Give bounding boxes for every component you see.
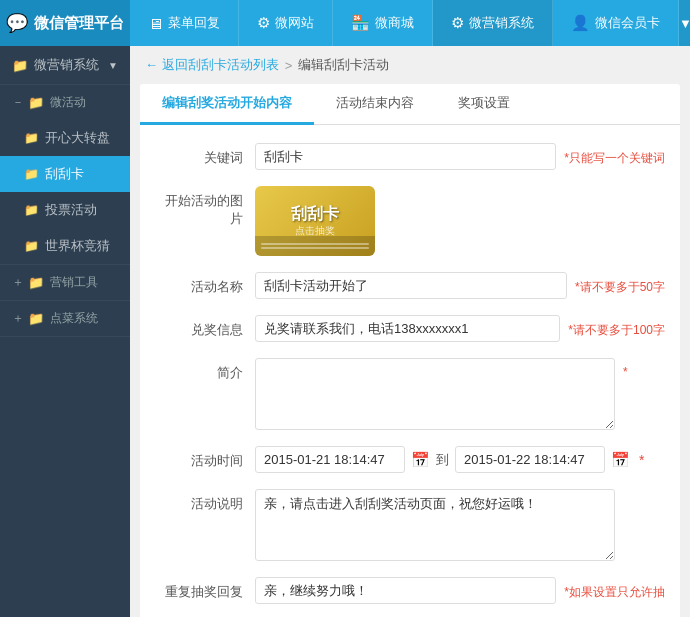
activity-name-row: 活动名称 *请不要多于50字 <box>140 264 680 307</box>
form-body: 关键词 *只能写一个关键词 开始活动的图片 刮刮卡 点击抽奖 <box>140 125 680 617</box>
sidebar-menu-system-section: ＋ 📁 点菜系统 <box>0 301 130 337</box>
sidebar-world-cup-label: 世界杯竞猜 <box>45 237 110 255</box>
start-image-row: 开始活动的图片 刮刮卡 点击抽奖 <box>140 178 680 264</box>
image-overlay <box>255 236 375 256</box>
tab-prize-settings-label: 奖项设置 <box>458 95 510 110</box>
tab-edit-start[interactable]: 编辑刮奖活动开始内容 <box>140 84 314 125</box>
image-main-text: 刮刮卡 <box>291 204 339 223</box>
activity-desc-control: 亲，请点击进入刮刮奖活动页面，祝您好运哦！ <box>255 489 665 561</box>
prize-info-hint: *请不要多于100字 <box>568 315 665 339</box>
nav-micro-marketing-label: 微营销系统 <box>469 14 534 32</box>
intro-textarea[interactable] <box>255 358 615 430</box>
repeat-win-label: 重复抽奖回复 <box>155 577 255 601</box>
date-required: * <box>639 452 644 468</box>
nav-more-icon: ▼ <box>679 16 690 31</box>
top-nav: 💬 微信管理平台 🖥 菜单回复 ⚙ 微网站 🏪 微商城 ⚙ 微营销系统 👤 微信… <box>0 0 690 46</box>
prize-info-input[interactable] <box>255 315 560 342</box>
sidebar-scratch-card-label: 刮刮卡 <box>45 165 84 183</box>
intro-row: 简介 * <box>140 350 680 438</box>
intro-control: * <box>255 358 665 430</box>
activity-desc-row: 活动说明 亲，请点击进入刮刮奖活动页面，祝您好运哦！ <box>140 481 680 569</box>
activity-time-row: 活动时间 📅 到 📅 * <box>140 438 680 481</box>
sidebar-main-header[interactable]: 📁 微营销系统 ▼ <box>0 46 130 84</box>
prize-info-control: *请不要多于100字 <box>255 315 665 342</box>
sidebar-main-arrow: ▼ <box>108 60 118 71</box>
keyword-input[interactable] <box>255 143 556 170</box>
vote-activity-icon: 📁 <box>24 203 39 217</box>
date-range: 📅 到 📅 * <box>255 446 644 473</box>
sidebar-item-world-cup[interactable]: 📁 世界杯竞猜 <box>0 228 130 264</box>
sidebar: 📁 微营销系统 ▼ － 📁 微活动 📁 开心大转盘 📁 刮刮卡 📁 投 <box>0 46 130 617</box>
sidebar-menu-system-header[interactable]: ＋ 📁 点菜系统 <box>0 301 130 336</box>
nav-micro-shop[interactable]: 🏪 微商城 <box>333 0 433 46</box>
nav-micro-shop-label: 微商城 <box>375 14 414 32</box>
back-link[interactable]: ← 返回刮刮卡活动列表 <box>145 56 279 74</box>
activity-time-control: 📅 到 📅 * <box>255 446 665 473</box>
activity-name-control: *请不要多于50字 <box>255 272 665 299</box>
sidebar-item-scratch-card[interactable]: 📁 刮刮卡 <box>0 156 130 192</box>
image-lines <box>261 243 369 249</box>
sidebar-micro-activity-label: 微活动 <box>50 94 86 111</box>
start-image-control: 刮刮卡 点击抽奖 <box>255 186 665 256</box>
activity-name-label: 活动名称 <box>155 272 255 296</box>
micro-activity-folder-icon: 📁 <box>28 95 44 110</box>
date-separator: 到 <box>436 451 449 469</box>
activity-desc-label: 活动说明 <box>155 489 255 513</box>
nav-more-button[interactable]: ▼ <box>679 0 690 46</box>
repeat-win-input[interactable] <box>255 577 556 604</box>
scratch-card-icon: 📁 <box>24 167 39 181</box>
image-preview[interactable]: 刮刮卡 点击抽奖 <box>255 186 375 256</box>
breadcrumb-current: 编辑刮刮卡活动 <box>298 56 389 74</box>
keyword-row: 关键词 *只能写一个关键词 <box>140 135 680 178</box>
micro-marketing-icon: ⚙ <box>451 14 464 32</box>
brand-label: 微信管理平台 <box>34 14 124 33</box>
sidebar-micro-activity-section: － 📁 微活动 📁 开心大转盘 📁 刮刮卡 📁 投票活动 📁 世界杯竞猜 <box>0 85 130 265</box>
activity-name-hint: *请不要多于50字 <box>575 272 665 296</box>
nav-micro-site-label: 微网站 <box>275 14 314 32</box>
nav-micro-site[interactable]: ⚙ 微网站 <box>239 0 333 46</box>
end-calendar-icon[interactable]: 📅 <box>611 451 630 469</box>
start-calendar-icon[interactable]: 📅 <box>411 451 430 469</box>
tab-edit-start-label: 编辑刮奖活动开始内容 <box>162 95 292 110</box>
prize-info-row: 兑奖信息 *请不要多于100字 <box>140 307 680 350</box>
nav-micro-marketing[interactable]: ⚙ 微营销系统 <box>433 0 553 46</box>
expand-micro-activity-icon: － <box>12 94 24 111</box>
start-image-label: 开始活动的图片 <box>155 186 255 228</box>
tab-prize-settings[interactable]: 奖项设置 <box>436 84 532 125</box>
micro-member-icon: 👤 <box>571 14 590 32</box>
activity-name-input[interactable] <box>255 272 567 299</box>
repeat-win-row: 重复抽奖回复 *如果设置只允许抽 <box>140 569 680 612</box>
nav-menu-reply[interactable]: 🖥 菜单回复 <box>130 0 239 46</box>
start-date-input[interactable] <box>255 446 405 473</box>
micro-site-icon: ⚙ <box>257 14 270 32</box>
intro-hint: * <box>623 358 628 379</box>
sidebar-lucky-wheel-label: 开心大转盘 <box>45 129 110 147</box>
sidebar-item-lucky-wheel[interactable]: 📁 开心大转盘 <box>0 120 130 156</box>
img-line-2 <box>261 247 369 249</box>
form-card: 编辑刮奖活动开始内容 活动结束内容 奖项设置 关键词 *只能写一个关键词 <box>140 84 680 617</box>
tab-end-content[interactable]: 活动结束内容 <box>314 84 436 125</box>
expand-menu-system-icon: ＋ <box>12 310 24 327</box>
sidebar-marketing-tools-section: ＋ 📁 营销工具 <box>0 265 130 301</box>
marketing-tools-folder-icon: 📁 <box>28 275 44 290</box>
img-line-1 <box>261 243 369 245</box>
keyword-hint: *只能写一个关键词 <box>564 143 665 167</box>
main-layout: 📁 微营销系统 ▼ － 📁 微活动 📁 开心大转盘 📁 刮刮卡 📁 投 <box>0 46 690 617</box>
activity-time-label: 活动时间 <box>155 446 255 470</box>
sidebar-main-icon: 📁 <box>12 58 28 73</box>
prize-info-label: 兑奖信息 <box>155 315 255 339</box>
sidebar-micro-activity-header[interactable]: － 📁 微活动 <box>0 85 130 120</box>
nav-micro-member-label: 微信会员卡 <box>595 14 660 32</box>
end-date-input[interactable] <box>455 446 605 473</box>
breadcrumb-sep: > <box>285 58 293 73</box>
sidebar-item-vote-activity[interactable]: 📁 投票活动 <box>0 192 130 228</box>
sidebar-menu-system-label: 点菜系统 <box>50 310 98 327</box>
lucky-wheel-icon: 📁 <box>24 131 39 145</box>
sidebar-main-label: 微营销系统 <box>34 56 99 74</box>
nav-micro-member[interactable]: 👤 微信会员卡 <box>553 0 679 46</box>
form-tabs: 编辑刮奖活动开始内容 活动结束内容 奖项设置 <box>140 84 680 125</box>
activity-desc-textarea[interactable]: 亲，请点击进入刮刮奖活动页面，祝您好运哦！ <box>255 489 615 561</box>
nav-items: 🖥 菜单回复 ⚙ 微网站 🏪 微商城 ⚙ 微营销系统 👤 微信会员卡 <box>130 0 679 46</box>
sidebar-marketing-tools-header[interactable]: ＋ 📁 营销工具 <box>0 265 130 300</box>
expand-marketing-tools-icon: ＋ <box>12 274 24 291</box>
